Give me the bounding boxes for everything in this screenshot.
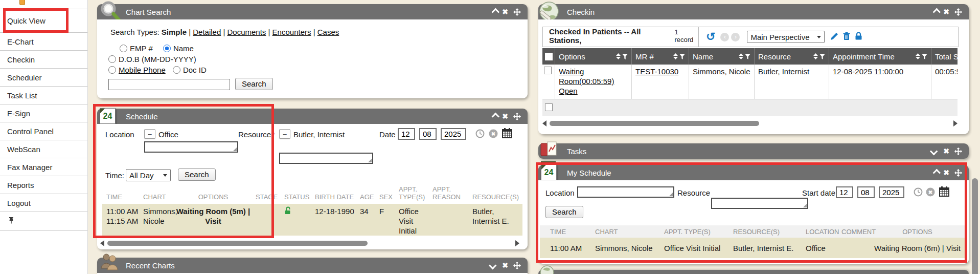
col-header-resource[interactable]: Resource [754, 48, 829, 65]
date-year-input[interactable] [441, 128, 466, 140]
cell-chart[interactable]: Simmons, Nicole [139, 204, 175, 236]
expand-icon[interactable] [930, 147, 938, 155]
scroll-left-icon[interactable] [100, 240, 104, 246]
start-date-month-input[interactable] [836, 186, 853, 198]
scroll-track[interactable] [106, 240, 513, 246]
close-icon[interactable]: ✖ [502, 113, 508, 120]
location-input[interactable] [144, 141, 238, 153]
col-header-name[interactable]: Name [689, 48, 754, 65]
checked-in-patient-row[interactable]: Waiting Room(00:05:59)Open TEST-10030 Si… [542, 65, 958, 99]
move-icon[interactable] [954, 147, 962, 155]
search-type-documents[interactable]: Documents [227, 28, 266, 36]
sidebar-item-scheduler[interactable]: Scheduler [0, 69, 87, 87]
prev-page-icon[interactable]: ‹ [720, 33, 729, 41]
mobile-phone-radio-label[interactable]: Mobile Phone [119, 66, 166, 74]
chart-search-button[interactable]: Search [235, 78, 273, 90]
collapse-icon[interactable] [492, 8, 500, 16]
emp-radio[interactable] [120, 45, 127, 52]
calendar-picker-icon[interactable] [939, 186, 949, 199]
location-collapse-button[interactable]: – [144, 129, 155, 139]
appointment-row[interactable]: 11:00 AM 11:15 AM Simmons, Nicole Waitin… [102, 204, 522, 236]
start-date-day-input[interactable] [857, 186, 875, 198]
clock-icon[interactable] [475, 129, 485, 140]
search-type-cases[interactable]: Cases [317, 28, 339, 36]
schedule-hscrollbar[interactable] [100, 240, 519, 247]
expand-icon[interactable] [489, 261, 497, 269]
my-schedule-search-button[interactable]: Search [545, 206, 583, 218]
cell-options[interactable]: Waiting Room (6m) | Visit [868, 244, 963, 252]
waiting-room-link[interactable]: Waiting Room(00:05:59) [559, 67, 614, 86]
mr-number-link[interactable]: TEST-10030 [635, 67, 678, 76]
collapse-icon[interactable] [492, 112, 500, 120]
lock-icon[interactable] [855, 32, 862, 42]
sidebar-item-webscan[interactable]: WebScan [0, 140, 87, 158]
clear-date-icon[interactable]: ✖ [489, 129, 498, 140]
search-type-simple[interactable]: Simple [162, 28, 187, 36]
close-icon[interactable]: ✖ [502, 262, 508, 269]
name-radio[interactable] [163, 45, 171, 52]
start-date-year-input[interactable] [879, 186, 904, 198]
close-icon[interactable]: ✖ [502, 8, 508, 15]
sidebar-item-e-chart[interactable]: E-Chart [0, 33, 87, 51]
sidebar-item-checkin[interactable]: Checkin [0, 51, 87, 69]
clock-icon[interactable] [914, 187, 923, 199]
chart-search-input[interactable] [108, 79, 230, 90]
scroll-right-icon[interactable] [515, 240, 519, 246]
location-input[interactable] [577, 186, 674, 198]
cell-status[interactable] [280, 204, 311, 236]
collapse-icon[interactable] [933, 8, 941, 16]
schedule-search-button[interactable]: Search [178, 168, 216, 181]
move-icon[interactable] [513, 262, 521, 269]
row-checkbox[interactable] [545, 103, 553, 111]
scroll-right-icon[interactable] [953, 120, 958, 127]
scroll-track[interactable] [549, 120, 951, 127]
scroll-thumb[interactable] [550, 121, 759, 126]
perspective-select[interactable]: Main Perspective [747, 31, 825, 43]
move-icon[interactable] [513, 8, 521, 16]
search-type-detailed[interactable]: Detailed [193, 28, 221, 36]
col-header-total-stay[interactable]: Total Sta [931, 48, 958, 65]
sidebar-item-quick-view[interactable]: Quick View [0, 9, 87, 33]
sidebar-item-fax-manager[interactable]: Fax Manager [0, 158, 87, 176]
cell-chart[interactable]: Simmons, Nicole [591, 244, 660, 252]
col-header-mr[interactable]: MR # [631, 48, 689, 65]
date-day-input[interactable] [419, 128, 437, 140]
close-icon[interactable]: ✖ [943, 169, 949, 176]
calendar-picker-icon[interactable] [502, 128, 512, 140]
move-icon[interactable] [954, 8, 962, 16]
sidebar-item-reports[interactable]: Reports [0, 176, 87, 194]
sidebar-item-logout[interactable]: Logout [0, 194, 87, 212]
scroll-left-icon[interactable] [542, 120, 546, 127]
mobile-phone-radio[interactable] [108, 66, 116, 74]
sidebar-pin-toggle[interactable] [0, 212, 87, 231]
resource-input[interactable] [711, 198, 808, 209]
col-header-options[interactable]: Options [555, 48, 631, 65]
doc-id-radio[interactable] [173, 66, 180, 74]
checkin-hscrollbar[interactable] [542, 120, 958, 127]
delete-icon[interactable] [843, 32, 850, 42]
move-icon[interactable] [513, 113, 521, 120]
refresh-icon[interactable]: ↺ [706, 31, 715, 43]
row-checkbox[interactable] [544, 67, 552, 74]
search-type-encounters[interactable]: Encounters [272, 28, 311, 36]
edit-icon[interactable] [831, 32, 838, 42]
time-select[interactable]: All Day [126, 169, 171, 181]
col-header-appointment-time[interactable]: Appointment Time [829, 48, 931, 65]
resource-input[interactable] [279, 153, 373, 164]
move-icon[interactable] [954, 169, 962, 177]
resource-collapse-button[interactable]: – [279, 129, 290, 139]
next-page-icon[interactable]: › [731, 33, 740, 41]
sidebar-item-control-panel[interactable]: Control Panel [0, 122, 87, 140]
sidebar-item-task-list[interactable]: Task List [0, 87, 87, 104]
select-all-checkbox[interactable] [545, 53, 553, 60]
cell-options[interactable]: Waiting Room (5m) | Visit [175, 204, 252, 236]
open-link[interactable]: Open [559, 87, 578, 95]
my-schedule-appointment-row[interactable]: 11:00 AM Simmons, Nicole Office Visit In… [540, 238, 967, 258]
dob-radio[interactable] [108, 55, 116, 63]
page-vscrollbar-thumb[interactable] [972, 178, 978, 274]
collapse-icon[interactable] [933, 168, 941, 177]
clear-date-icon[interactable]: ✖ [926, 187, 935, 199]
sidebar-item-e-sign[interactable]: E-Sign [0, 104, 87, 122]
close-icon[interactable]: ✖ [943, 147, 949, 155]
close-icon[interactable]: ✖ [943, 8, 949, 15]
